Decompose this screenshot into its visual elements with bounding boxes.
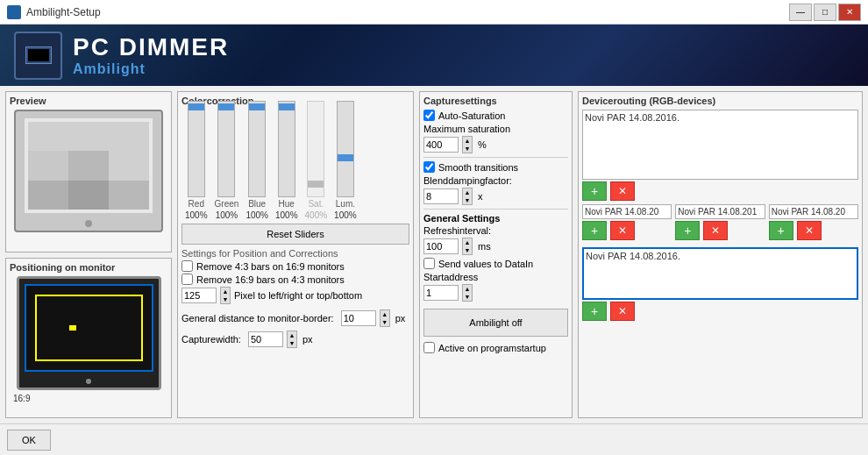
screen-mid-left xyxy=(28,151,68,180)
ambilight-off-button[interactable]: Ambilight off xyxy=(423,309,568,337)
refresh-label: Refreshinterval: xyxy=(423,225,568,236)
maximize-button[interactable]: □ xyxy=(814,4,836,21)
main-add-button[interactable]: + xyxy=(582,181,607,201)
max-sat-up[interactable]: ▲ xyxy=(463,137,472,145)
max-sat-spinner[interactable]: ▲ ▼ xyxy=(462,136,473,153)
slider-lum-track[interactable] xyxy=(337,101,354,197)
settings-section-title: Settings for Position and Corrections xyxy=(181,248,409,259)
pos-monitor xyxy=(17,276,161,390)
bottom-add-button[interactable]: + xyxy=(582,302,607,321)
pixel-up[interactable]: ▲ xyxy=(221,288,230,295)
smooth-checkbox[interactable] xyxy=(423,161,435,173)
start-input[interactable]: 1 xyxy=(423,285,459,301)
slider-blue-track[interactable] xyxy=(248,101,266,197)
bottom-del-button[interactable]: ✕ xyxy=(610,302,635,321)
slider-hue-thumb xyxy=(279,103,295,110)
capture-down[interactable]: ▼ xyxy=(288,339,296,347)
slider-green-value: 100% xyxy=(216,210,238,220)
slider-green-track[interactable] xyxy=(217,101,235,197)
refresh-input[interactable]: 100 xyxy=(423,238,459,254)
reset-sliders-button[interactable]: Reset Sliders xyxy=(181,224,409,245)
max-sat-input[interactable]: 400 xyxy=(423,137,459,153)
blend-input[interactable]: 8 xyxy=(423,188,459,204)
distance-down[interactable]: ▼ xyxy=(381,318,389,326)
blend-value: 8 xyxy=(426,191,431,202)
slider-green: Green 100% xyxy=(215,101,239,220)
minimize-button[interactable]: — xyxy=(789,4,812,21)
device2-box[interactable]: Novi PAR 14.08.201 xyxy=(675,204,765,219)
main-device-btn-row: + ✕ xyxy=(582,181,858,201)
device3-del-button[interactable]: ✕ xyxy=(797,221,822,240)
logo-screen xyxy=(28,49,49,61)
ok-button[interactable]: OK xyxy=(7,430,51,451)
device3-box[interactable]: Novi PAR 14.08.20 xyxy=(769,204,858,219)
title-bar-title: Ambilight-Setup xyxy=(26,6,101,18)
refresh-unit: ms xyxy=(478,241,491,252)
capture-panel: Capturesettings Auto-Saturation Maximum … xyxy=(419,91,573,418)
device2-text: Novi PAR 14.08.201 xyxy=(678,207,757,217)
pixel-down[interactable]: ▼ xyxy=(221,295,230,303)
main-del-button[interactable]: ✕ xyxy=(610,181,635,201)
max-sat-down[interactable]: ▼ xyxy=(463,145,472,153)
device2-btn-row: + ✕ xyxy=(675,221,765,240)
auto-sat-checkbox[interactable] xyxy=(423,110,435,121)
slider-red: Red 100% xyxy=(185,101,208,220)
screen-inner xyxy=(28,122,149,210)
capture-spinner[interactable]: ▲ ▼ xyxy=(287,331,297,348)
slider-blue-thumb xyxy=(249,103,265,110)
device1-text: Novi PAR 14.08.20 xyxy=(585,207,658,217)
smooth-row: Smooth transitions xyxy=(423,161,568,173)
send-checkbox[interactable] xyxy=(423,258,435,269)
slider-sat: Sat. 400% xyxy=(305,101,328,220)
capture-unit: px xyxy=(302,334,313,345)
blend-down[interactable]: ▼ xyxy=(463,196,472,204)
pixel-spinner[interactable]: ▲ ▼ xyxy=(220,287,231,304)
pixel-input[interactable]: 125 xyxy=(181,288,217,303)
slider-hue-label: Hue xyxy=(279,199,295,209)
slider-green-thumb xyxy=(218,103,234,110)
active-checkbox[interactable] xyxy=(423,342,435,353)
close-button[interactable]: ✕ xyxy=(838,4,861,21)
check2-checkbox[interactable] xyxy=(181,274,193,285)
device3-text: Novi PAR 14.08.20 xyxy=(772,207,845,217)
device3-add-button[interactable]: + xyxy=(769,221,793,240)
blend-unit: x xyxy=(478,191,483,202)
device1-btn-row: + ✕ xyxy=(582,221,672,240)
device-panel: Devicerouting (RGB-devices) Novi PAR 14.… xyxy=(578,91,863,418)
colorcorrection-panel: Colorcorrection Red 100% Green 100% xyxy=(177,91,414,418)
app-header: PC DIMMER Ambilight xyxy=(0,25,868,86)
check1-label: Remove 4:3 bars on 16:9 monitors xyxy=(196,261,345,272)
slider-sat-track[interactable] xyxy=(307,101,324,197)
refresh-up[interactable]: ▲ xyxy=(463,238,472,246)
pixel-row: 125 ▲ ▼ Pixel to left/right or top/botto… xyxy=(181,287,409,304)
monitor-stand xyxy=(85,220,92,227)
slider-hue: Hue 100% xyxy=(275,101,298,220)
device2-del-button[interactable]: ✕ xyxy=(703,221,728,240)
start-spinner[interactable]: ▲ ▼ xyxy=(462,284,473,302)
slider-red-track[interactable] xyxy=(188,101,205,197)
bottom-device-btn-row: + ✕ xyxy=(582,302,858,321)
device1-del-button[interactable]: ✕ xyxy=(610,221,635,240)
capture-input[interactable]: 50 xyxy=(248,331,283,347)
blend-spinner[interactable]: ▲ ▼ xyxy=(462,188,473,205)
device2-add-button[interactable]: + xyxy=(675,221,700,240)
device1-add-button[interactable]: + xyxy=(582,221,607,240)
distance-spinner[interactable]: ▲ ▼ xyxy=(380,309,390,327)
distance-input[interactable]: 10 xyxy=(341,310,376,326)
start-down[interactable]: ▼ xyxy=(463,293,472,301)
main-device-box[interactable]: Novi PAR 14.08.2016. xyxy=(582,110,858,180)
positioning-panel: Positioning on monitor 16:9 xyxy=(5,258,172,419)
max-sat-row: 400 ▲ ▼ % xyxy=(423,136,568,153)
refresh-down[interactable]: ▼ xyxy=(463,246,472,254)
distance-up[interactable]: ▲ xyxy=(381,310,389,318)
bottom-device-box[interactable]: Novi PAR 14.08.2016. xyxy=(582,247,858,300)
capture-up[interactable]: ▲ xyxy=(288,331,296,339)
slider-sat-thumb xyxy=(308,181,324,188)
refresh-spinner[interactable]: ▲ ▼ xyxy=(462,238,473,255)
start-up[interactable]: ▲ xyxy=(463,285,472,293)
slider-hue-track[interactable] xyxy=(278,101,295,197)
blend-up[interactable]: ▲ xyxy=(463,188,472,196)
slider-lum-value: 100% xyxy=(334,210,357,220)
check1-checkbox[interactable] xyxy=(181,260,193,272)
device1-box[interactable]: Novi PAR 14.08.20 xyxy=(582,204,672,219)
